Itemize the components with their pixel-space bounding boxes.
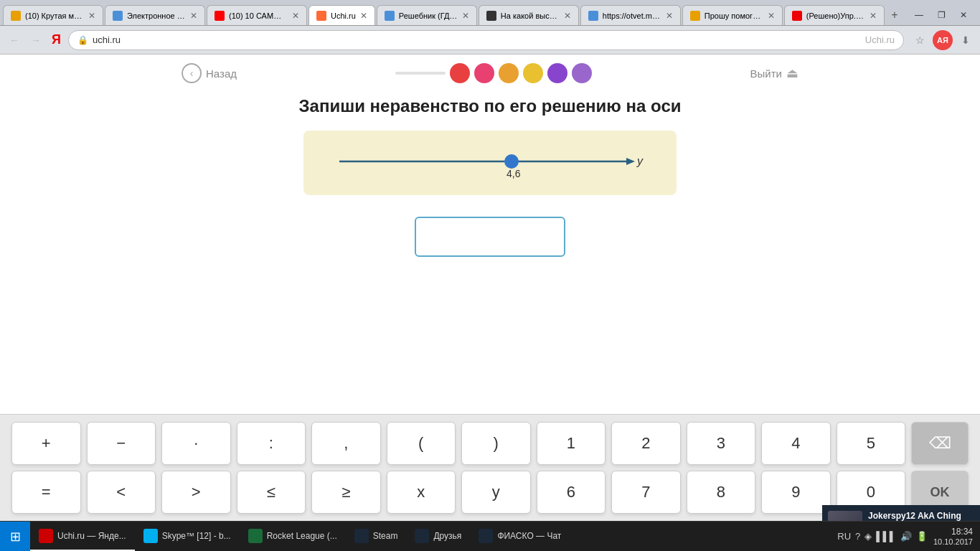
- taskbar: ⊞ Uchi.ru — Янде... Skype™ [12] - b... R…: [0, 521, 980, 551]
- exit-button[interactable]: Выйти ⏏: [750, 65, 798, 81]
- task-title: Запиши неравенство по его решению на оси: [299, 96, 682, 116]
- restore-button[interactable]: ❐: [933, 9, 950, 22]
- key-le[interactable]: ≤: [237, 471, 306, 514]
- taskbar-icon-2: [248, 529, 263, 543]
- close-button[interactable]: ✕: [956, 9, 971, 22]
- number-line-container: y 4,6: [303, 131, 677, 195]
- taskbar-item-4[interactable]: Друзья: [406, 522, 470, 551]
- key-eq[interactable]: =: [11, 471, 81, 514]
- exit-label: Выйти: [750, 67, 782, 80]
- browser-tab-tab4[interactable]: Uchi.ru ✕: [308, 5, 375, 25]
- window-controls: — ❐ ✕: [905, 5, 977, 25]
- browser-tab-tab5[interactable]: Решебник (ГДЗ... ✕: [377, 5, 477, 25]
- browser-tab-tab6[interactable]: На какой высо... ✕: [479, 5, 579, 25]
- key-9[interactable]: 9: [761, 471, 831, 514]
- tab-favicon: [11, 11, 21, 21]
- taskbar-item-2[interactable]: Rocket League (...: [240, 522, 346, 551]
- key-dot[interactable]: ·: [161, 422, 231, 465]
- taskbar-icon-3: [354, 529, 369, 543]
- key-2[interactable]: 2: [611, 422, 681, 465]
- tab-close-icon[interactable]: ✕: [190, 11, 197, 21]
- taskbar-item-5[interactable]: ФИАСКО — Чат: [470, 522, 570, 551]
- back-nav-button[interactable]: ←: [6, 32, 23, 49]
- key-plus[interactable]: +: [11, 422, 81, 465]
- key-y[interactable]: y: [461, 471, 531, 514]
- tab-label: Электронное о...: [127, 11, 186, 20]
- key-4[interactable]: 4: [761, 422, 831, 465]
- taskbar-item-label-5: ФИАСКО — Чат: [497, 531, 561, 541]
- network-icon[interactable]: ?: [855, 531, 860, 542]
- taskbar-item-0[interactable]: Uchi.ru — Янде...: [30, 522, 135, 551]
- url-bar[interactable]: 🔒 uchi.ru Uchi.ru: [68, 30, 904, 50]
- tab-label: (10) Крутая мел...: [25, 11, 84, 20]
- lang-indicator[interactable]: RU: [837, 531, 851, 542]
- key-7[interactable]: 7: [611, 471, 681, 514]
- tab-label: Решебник (ГДЗ...: [399, 11, 458, 20]
- key-minus[interactable]: −: [87, 422, 156, 465]
- browser-tab-tab2[interactable]: Электронное о... ✕: [105, 5, 205, 25]
- key-colon[interactable]: :: [237, 422, 306, 465]
- svg-text:y: y: [636, 155, 644, 167]
- download-icon[interactable]: ⬇: [957, 32, 974, 49]
- page-content: ‹ Назад Выйти ⏏ Запиши неравенство по ег…: [0, 55, 980, 414]
- date-display: 10.10.2017: [933, 537, 973, 546]
- key-rparen[interactable]: ): [461, 422, 531, 465]
- tab-close-icon[interactable]: ✕: [768, 11, 775, 21]
- wifi-icon[interactable]: ◈: [864, 531, 872, 542]
- url-display[interactable]: uchi.ru: [93, 34, 861, 45]
- tab-close-icon[interactable]: ✕: [88, 11, 95, 21]
- tab-label: (10) 10 САМЫХ...: [229, 11, 288, 20]
- key-lt[interactable]: <: [87, 471, 156, 514]
- tab-close-icon[interactable]: ✕: [292, 11, 299, 21]
- browser-tab-tab7[interactable]: https://otvet.ma... ✕: [580, 5, 681, 25]
- key-comma[interactable]: ,: [311, 422, 381, 465]
- system-tray: RU ? ◈ ▌▌▌ 🔊 🔋: [837, 531, 928, 542]
- key-5[interactable]: 5: [837, 422, 906, 465]
- minimize-button[interactable]: —: [910, 9, 928, 22]
- forward-nav-button: →: [27, 32, 44, 49]
- start-button[interactable]: ⊞: [0, 522, 30, 551]
- tab-label: https://otvet.ma...: [603, 11, 661, 20]
- taskbar-item-label-0: Uchi.ru — Янде...: [57, 531, 126, 541]
- signal-icon[interactable]: ▌▌▌: [876, 531, 896, 542]
- tab-close-icon[interactable]: ✕: [666, 11, 673, 21]
- new-tab-button[interactable]: +: [885, 5, 905, 25]
- taskbar-right: RU ? ◈ ▌▌▌ 🔊 🔋 18:34 10.10.2017: [830, 522, 980, 551]
- progress-line: [395, 72, 446, 75]
- tab-close-icon[interactable]: ✕: [462, 11, 469, 21]
- browser-tab-tab1[interactable]: (10) Крутая мел... ✕: [3, 5, 103, 25]
- browser-tab-tab8[interactable]: Прошу помоги... ✕: [682, 5, 783, 25]
- answer-input-box[interactable]: [415, 217, 565, 257]
- profile-button[interactable]: АЯ: [933, 30, 953, 50]
- time-display: 18:34: [951, 527, 973, 537]
- tab-favicon: [316, 11, 326, 21]
- key-6[interactable]: 6: [537, 471, 606, 514]
- taskbar-item-1[interactable]: Skype™ [12] - b...: [135, 522, 240, 551]
- progress-dot-2: [499, 63, 519, 83]
- backspace-key[interactable]: ⌫: [911, 422, 969, 465]
- bookmark-icon[interactable]: ☆: [911, 32, 928, 49]
- battery-icon[interactable]: 🔋: [916, 531, 928, 542]
- key-lparen[interactable]: (: [387, 422, 456, 465]
- key-gt[interactable]: >: [161, 471, 231, 514]
- browser-tab-tab3[interactable]: (10) 10 САМЫХ... ✕: [207, 5, 307, 25]
- tab-close-icon[interactable]: ✕: [564, 11, 571, 21]
- key-8[interactable]: 8: [687, 471, 756, 514]
- browser-tab-tab9[interactable]: (Решено)Упр.55... ✕: [784, 5, 885, 25]
- progress-dot-3: [523, 63, 543, 83]
- taskbar-item-3[interactable]: Steam: [346, 522, 407, 551]
- tab-label: Прошу помоги...: [705, 11, 763, 20]
- tab-favicon: [486, 11, 496, 21]
- key-x[interactable]: x: [387, 471, 456, 514]
- key-3[interactable]: 3: [687, 422, 756, 465]
- taskbar-clock[interactable]: 18:34 10.10.2017: [933, 527, 973, 546]
- back-button[interactable]: ‹ Назад: [182, 63, 237, 83]
- yandex-logo[interactable]: Я: [52, 32, 61, 47]
- key-ge[interactable]: ≥: [311, 471, 381, 514]
- taskbar-icon-0: [39, 529, 53, 543]
- tab-close-icon[interactable]: ✕: [870, 11, 877, 21]
- taskbar-icon-5: [479, 529, 493, 543]
- key-1[interactable]: 1: [537, 422, 606, 465]
- volume-icon[interactable]: 🔊: [900, 531, 912, 542]
- tab-close-icon[interactable]: ✕: [360, 11, 367, 21]
